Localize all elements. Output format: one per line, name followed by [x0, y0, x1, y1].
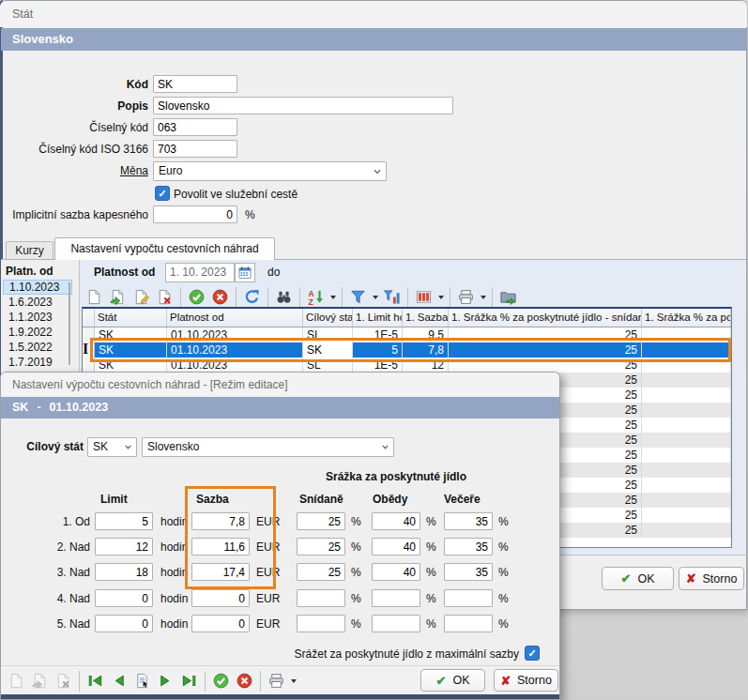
lunch-input[interactable]	[372, 512, 420, 530]
delete-doc-button[interactable]	[153, 285, 176, 309]
rate-input[interactable]	[191, 538, 250, 555]
validity-list-item[interactable]: 1.9.2022	[3, 325, 70, 340]
storno-button[interactable]: ✘ Storno	[679, 567, 744, 590]
column-header[interactable]: 1. Srážka % za poskytnuté jídlo - snídan…	[449, 309, 642, 327]
validity-list-item[interactable]: 1.10.2023	[3, 280, 72, 295]
dropdown-arrow-icon[interactable]	[288, 669, 298, 692]
kod-input[interactable]	[153, 75, 237, 93]
breakfast-input[interactable]	[297, 563, 345, 581]
platnost-od-date-input[interactable]: 1. 10. 2023	[165, 263, 235, 282]
lunch-input[interactable]	[372, 615, 420, 632]
delete-doc-button	[52, 669, 75, 692]
cilovy-stat-code-combo[interactable]: SK	[87, 437, 137, 457]
srazet-checkbox[interactable]: ✓	[525, 646, 540, 661]
rate-input[interactable]	[191, 589, 250, 607]
dropdown-arrow-icon[interactable]	[478, 285, 488, 309]
column-header[interactable]	[83, 309, 95, 327]
column-header[interactable]: 1. Srážka % za pos	[642, 309, 731, 327]
sort-az-button[interactable]: AZ	[304, 285, 328, 309]
table-row[interactable]: SK01.10.2023SL1E-51225	[83, 358, 731, 373]
popis-input[interactable]	[153, 97, 453, 114]
prev-record-button[interactable]	[107, 669, 130, 692]
accept-button[interactable]	[185, 285, 208, 309]
column-header[interactable]: Cílový stat	[303, 309, 353, 327]
tab-nastaveni-nahrad[interactable]: Nastavení vypočtu cestovních náhrad	[54, 237, 275, 260]
percent-unit-label: %	[498, 617, 509, 631]
breakfast-input[interactable]	[297, 615, 345, 632]
columns-button[interactable]	[412, 285, 435, 309]
dialog-ok-button[interactable]: ✔ OK	[420, 669, 485, 692]
binoculars-button[interactable]	[272, 285, 296, 309]
edit-doc-button[interactable]	[130, 285, 153, 309]
validity-list-item[interactable]: 1.6.2023	[3, 295, 70, 310]
validity-list-item[interactable]: 1.5.2022	[3, 340, 70, 355]
mena-label[interactable]: Měna	[0, 164, 148, 177]
column-header[interactable]: 1. Sazba	[403, 309, 449, 327]
column-header[interactable]: Stát	[95, 309, 167, 327]
ok-button[interactable]: ✔ OK	[602, 567, 674, 590]
column-header[interactable]: Platnost od	[167, 309, 303, 327]
new-doc-button[interactable]	[83, 285, 106, 309]
dinner-input[interactable]	[444, 538, 493, 555]
filter-button[interactable]	[346, 285, 370, 309]
breakfast-input[interactable]	[297, 538, 345, 555]
filter-chart-button[interactable]	[380, 285, 404, 309]
breakfast-input[interactable]	[297, 589, 345, 607]
dialog-storno-button[interactable]: ✘ Storno	[494, 669, 558, 692]
cilovy-stat-name-combo[interactable]: Slovensko	[142, 437, 394, 457]
lunch-input[interactable]	[372, 538, 420, 555]
breakfast-input[interactable]	[297, 512, 345, 530]
percent-unit-label: %	[351, 566, 361, 579]
dinner-input[interactable]	[444, 615, 493, 632]
table-row[interactable]: SK01.10.2023SK57,825	[83, 342, 731, 358]
toolbar-separator	[79, 671, 80, 692]
toolbar-separator	[492, 287, 493, 308]
dropdown-arrow-icon[interactable]	[328, 285, 338, 309]
print-button[interactable]	[454, 285, 478, 309]
dialog-header-date: 01.10.2023	[50, 401, 109, 414]
ciselny-kod-input[interactable]	[153, 118, 237, 136]
kapesne-input[interactable]	[153, 205, 237, 223]
iso-kod-input[interactable]	[153, 140, 237, 158]
dinner-input[interactable]	[444, 512, 493, 530]
limit-input[interactable]	[95, 563, 153, 581]
percent-unit-label: %	[351, 617, 361, 631]
dropdown-arrow-icon[interactable]	[370, 285, 380, 309]
validity-list-item[interactable]: 1.7.2019	[3, 355, 70, 370]
refresh-button[interactable]	[240, 285, 264, 309]
limit-input[interactable]	[95, 589, 153, 607]
last-record-button[interactable]	[177, 669, 201, 692]
validity-list-item[interactable]: 1.1.2023	[3, 310, 70, 325]
export-button[interactable]	[496, 285, 520, 309]
mena-combo[interactable]: Euro	[153, 161, 387, 181]
first-record-button[interactable]	[84, 669, 107, 692]
lunch-input[interactable]	[372, 563, 420, 581]
tab-kurzy[interactable]: Kurzy	[6, 241, 53, 260]
rate-input[interactable]	[191, 563, 250, 581]
copy-doc-button[interactable]	[106, 285, 130, 309]
table-cell: 7,8	[403, 342, 449, 358]
record-detail-button[interactable]	[130, 669, 154, 692]
rate-input[interactable]	[191, 615, 250, 632]
text-cursor: I	[83, 341, 88, 358]
limit-input[interactable]	[95, 512, 153, 530]
povolit-checkbox[interactable]: ✓	[155, 186, 170, 201]
percent-unit-label: %	[426, 566, 436, 579]
dinner-input[interactable]	[444, 589, 493, 607]
table-row[interactable]: SK01.10.2023SI1E-59,525	[83, 327, 731, 342]
percent-unit-label: %	[426, 515, 436, 528]
accept-button[interactable]	[209, 669, 233, 692]
print-button[interactable]	[265, 669, 288, 692]
limit-input[interactable]	[95, 538, 153, 555]
dropdown-arrow-icon[interactable]	[435, 285, 446, 309]
cancel-button[interactable]	[208, 285, 232, 309]
cancel-button[interactable]	[233, 669, 256, 692]
limit-input[interactable]	[95, 615, 153, 632]
dinner-input[interactable]	[444, 563, 493, 581]
next-record-button[interactable]	[154, 669, 177, 692]
column-header[interactable]: 1. Limit hodin	[353, 309, 403, 327]
lunch-input[interactable]	[372, 589, 420, 607]
list-scrollbar-thumb[interactable]	[69, 282, 70, 365]
calendar-button[interactable]	[235, 263, 255, 282]
rate-input[interactable]	[191, 512, 250, 530]
